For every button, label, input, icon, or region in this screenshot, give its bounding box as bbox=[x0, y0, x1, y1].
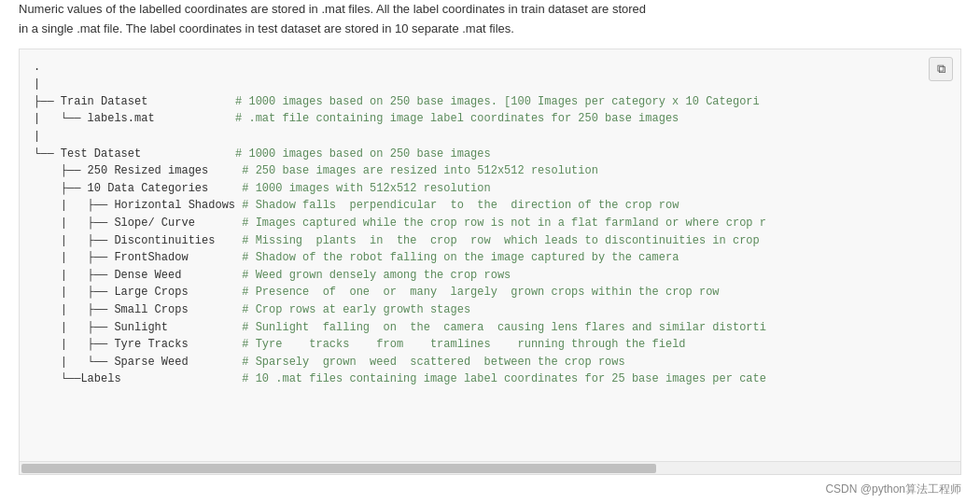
description-line2: in a single .mat file. The label coordin… bbox=[19, 20, 961, 39]
code-scroll-area[interactable]: . | ├── Train Dataset # 1000 images base… bbox=[20, 49, 960, 461]
scrollbar-thumb[interactable] bbox=[21, 464, 656, 473]
credit-text: CSDN @python算法工程师 bbox=[825, 482, 961, 497]
top-description: Numeric values of the labelled coordinat… bbox=[0, 0, 980, 49]
copy-button[interactable]: ⧉ bbox=[929, 57, 953, 81]
code-block: . | ├── Train Dataset # 1000 images base… bbox=[20, 49, 960, 398]
page-wrapper: Numeric values of the labelled coordinat… bbox=[0, 0, 980, 503]
bottom-bar: CSDN @python算法工程师 bbox=[0, 475, 980, 503]
horizontal-scrollbar[interactable] bbox=[19, 462, 961, 475]
code-container: ⧉ . | ├── Train Dataset # 1000 images ba… bbox=[19, 49, 961, 462]
description-line1: Numeric values of the labelled coordinat… bbox=[19, 0, 961, 20]
